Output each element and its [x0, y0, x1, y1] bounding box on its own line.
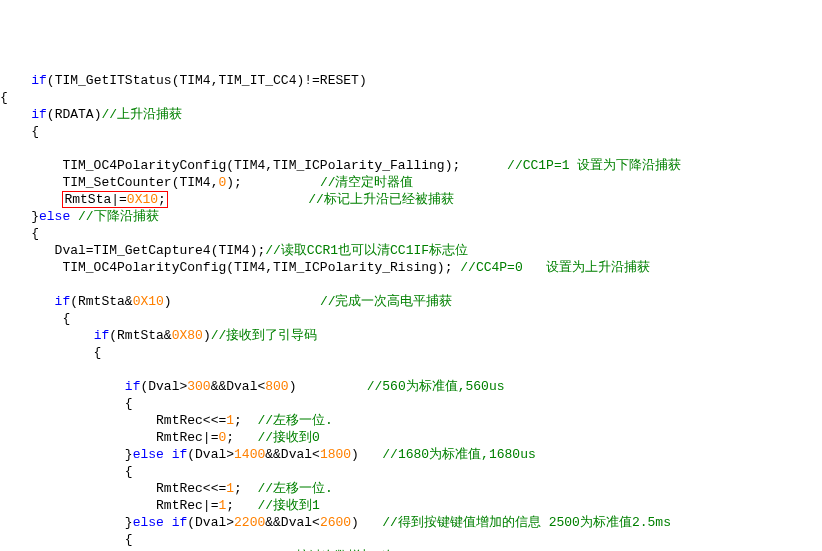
code-line: { [0, 124, 39, 139]
highlighted-code: RmtSta|=0X10; [62, 191, 167, 208]
code-line: if(RDATA)//上升沿捕获 [0, 107, 182, 122]
code-line: }else if(Dval>2200&&Dval<2600) //得到按键键值增… [0, 515, 671, 530]
code-line: { [0, 345, 101, 360]
code-line: if(TIM_GetITStatus(TIM4,TIM_IT_CC4)!=RES… [0, 73, 367, 88]
code-line: { [0, 90, 8, 105]
code-line: { [0, 311, 70, 326]
code-block: if(TIM_GetITStatus(TIM4,TIM_IT_CC4)!=RES… [0, 72, 822, 551]
code-line: RmtRec<<=1; //左移一位. [0, 481, 333, 496]
code-line: Dval=TIM_GetCapture4(TIM4);//读取CCR1也可以清C… [0, 243, 468, 258]
code-line: RmtRec<<=1; //左移一位. [0, 413, 333, 428]
code-line: RmtRec|=0; //接收到0 [0, 430, 320, 445]
code-line: TIM_SetCounter(TIM4,0); //清空定时器值 [0, 175, 413, 190]
code-line: { [0, 396, 133, 411]
code-line: { [0, 226, 39, 241]
code-line: RmtSta|=0X10; //标记上升沿已经被捕获 [0, 192, 454, 207]
code-line: if(RmtSta&0X80)//接收到了引导码 [0, 328, 317, 343]
code-line: { [0, 532, 133, 547]
code-line: }else //下降沿捕获 [0, 209, 159, 224]
code-line: TIM_OC4PolarityConfig(TIM4,TIM_ICPolarit… [0, 158, 681, 173]
code-line: RmtRec|=1; //接收到1 [0, 498, 320, 513]
code-line: if(RmtSta&0X10) //完成一次高电平捕获 [0, 294, 453, 309]
code-line: if(Dval>300&&Dval<800) //560为标准值,560us [0, 379, 505, 394]
code-line: }else if(Dval>1400&&Dval<1800) //1680为标准… [0, 447, 536, 462]
code-line: { [0, 464, 133, 479]
code-line: TIM_OC4PolarityConfig(TIM4,TIM_ICPolarit… [0, 260, 650, 275]
